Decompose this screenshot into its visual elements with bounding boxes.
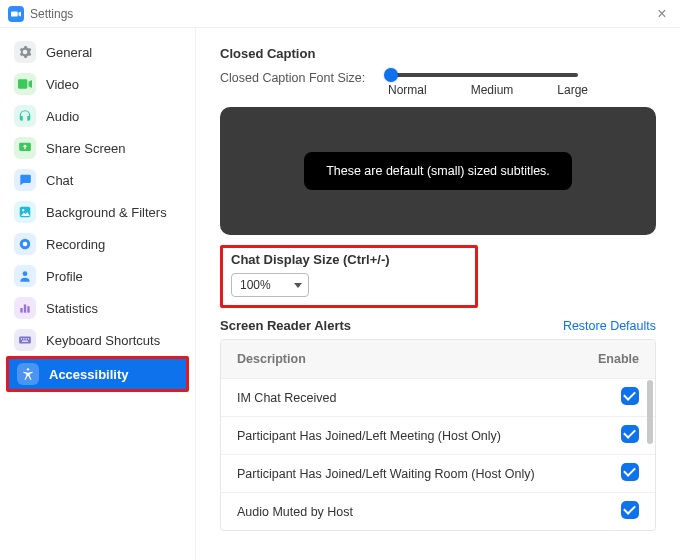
enable-checkbox[interactable]: [621, 501, 639, 519]
slider-ticks: Normal Medium Large: [388, 83, 588, 97]
alert-description: Participant Has Joined/Left Waiting Room…: [237, 467, 579, 481]
sidebar-item-statistics[interactable]: Statistics: [6, 292, 189, 324]
slider-tick-large: Large: [557, 83, 588, 97]
screen-reader-alerts-table: Description Enable IM Chat Received Part…: [220, 339, 656, 531]
headphones-icon: [14, 105, 36, 127]
video-icon: [14, 73, 36, 95]
sidebar-item-share-screen[interactable]: Share Screen: [6, 132, 189, 164]
enable-checkbox[interactable]: [621, 425, 639, 443]
sidebar-item-background-filters[interactable]: Background & Filters: [6, 196, 189, 228]
svg-point-2: [22, 209, 24, 211]
screen-reader-alerts-heading: Screen Reader Alerts: [220, 318, 351, 333]
sidebar-item-label: Profile: [46, 269, 83, 284]
keyboard-icon: [14, 329, 36, 351]
svg-point-15: [27, 368, 29, 370]
sidebar-item-profile[interactable]: Profile: [6, 260, 189, 292]
sidebar-item-label: Background & Filters: [46, 205, 167, 220]
table-row: Participant Has Joined/Left Waiting Room…: [221, 454, 655, 492]
statistics-icon: [14, 297, 36, 319]
sidebar-item-label: Share Screen: [46, 141, 126, 156]
closed-caption-font-size-label: Closed Caption Font Size:: [220, 69, 380, 85]
window-title: Settings: [30, 7, 73, 21]
sidebar-item-label: Statistics: [46, 301, 98, 316]
sidebar-item-chat[interactable]: Chat: [6, 164, 189, 196]
sidebar-item-keyboard-shortcuts[interactable]: Keyboard Shortcuts: [6, 324, 189, 356]
caption-font-size-slider[interactable]: [388, 73, 578, 77]
zoom-app-icon: [8, 6, 24, 22]
sidebar-item-audio[interactable]: Audio: [6, 100, 189, 132]
svg-rect-7: [24, 305, 26, 313]
sidebar: General Video Audio Share Screen Chat: [0, 28, 196, 560]
sidebar-item-label: General: [46, 45, 92, 60]
sidebar-item-label: Accessibility: [49, 367, 129, 382]
caption-preview: These are default (small) sized subtitle…: [220, 107, 656, 235]
slider-tick-medium: Medium: [471, 83, 514, 97]
table-row: Participant Has Joined/Left Meeting (Hos…: [221, 416, 655, 454]
background-icon: [14, 201, 36, 223]
share-screen-icon: [14, 137, 36, 159]
slider-thumb[interactable]: [384, 68, 398, 82]
svg-point-5: [23, 271, 28, 276]
chat-display-size-value: 100%: [240, 278, 271, 292]
alert-description: Participant Has Joined/Left Meeting (Hos…: [237, 429, 579, 443]
svg-rect-9: [19, 337, 31, 344]
accessibility-icon: [17, 363, 39, 385]
settings-content: Closed Caption Closed Caption Font Size:…: [196, 28, 680, 560]
svg-rect-10: [21, 338, 22, 339]
svg-rect-14: [22, 341, 28, 342]
titlebar: Settings ×: [0, 0, 680, 28]
scrollbar[interactable]: [647, 380, 653, 444]
table-header: Description Enable: [221, 340, 655, 378]
closed-caption-heading: Closed Caption: [220, 46, 656, 61]
alert-description: Audio Muted by Host: [237, 505, 579, 519]
svg-rect-6: [20, 308, 22, 313]
svg-rect-11: [23, 338, 24, 339]
close-icon[interactable]: ×: [652, 4, 672, 24]
caption-preview-text: These are default (small) sized subtitle…: [304, 152, 572, 190]
chat-icon: [14, 169, 36, 191]
sidebar-item-recording[interactable]: Recording: [6, 228, 189, 260]
svg-rect-8: [27, 306, 29, 312]
svg-rect-13: [28, 338, 29, 339]
restore-defaults-link[interactable]: Restore Defaults: [563, 319, 656, 333]
sidebar-item-label: Recording: [46, 237, 105, 252]
sidebar-item-label: Chat: [46, 173, 73, 188]
column-description: Description: [237, 352, 579, 366]
slider-tick-normal: Normal: [388, 83, 427, 97]
sidebar-item-accessibility[interactable]: Accessibility: [6, 356, 189, 392]
table-row: IM Chat Received: [221, 378, 655, 416]
svg-rect-12: [26, 338, 27, 339]
sidebar-item-label: Audio: [46, 109, 79, 124]
chat-display-size-heading: Chat Display Size (Ctrl+/-): [231, 252, 467, 267]
record-icon: [14, 233, 36, 255]
profile-icon: [14, 265, 36, 287]
svg-point-4: [23, 242, 28, 247]
sidebar-item-label: Video: [46, 77, 79, 92]
chat-display-size-select[interactable]: 100%: [231, 273, 309, 297]
chat-display-size-section: Chat Display Size (Ctrl+/-) 100%: [220, 245, 478, 308]
gear-icon: [14, 41, 36, 63]
enable-checkbox[interactable]: [621, 463, 639, 481]
alert-description: IM Chat Received: [237, 391, 579, 405]
enable-checkbox[interactable]: [621, 387, 639, 405]
column-enable: Enable: [579, 352, 639, 366]
table-row: Audio Muted by Host: [221, 492, 655, 530]
sidebar-item-label: Keyboard Shortcuts: [46, 333, 160, 348]
sidebar-item-general[interactable]: General: [6, 36, 189, 68]
sidebar-item-video[interactable]: Video: [6, 68, 189, 100]
